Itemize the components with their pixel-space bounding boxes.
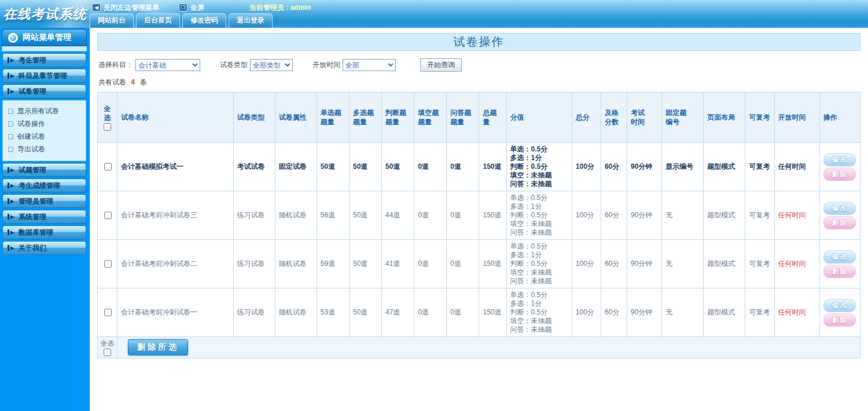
fullscreen-icon: ❐ xyxy=(179,3,187,12)
tab-change-password[interactable]: 修改密码 xyxy=(182,13,226,28)
score-values-cell: 单选：0.5分 多选：1分 判断：0.5分 填空：未抽题 问答：未抽题 xyxy=(506,288,572,337)
sidebar-item-subject-chapter-management[interactable]: ▶ 科目及章节管理 xyxy=(2,69,86,83)
tab-site-front[interactable]: 网站前台 xyxy=(90,13,134,28)
subject-filter-label: 选择科目： xyxy=(98,60,133,70)
header-paper-name: 试卷名称 xyxy=(117,92,233,143)
multi-count-cell: 50道 xyxy=(349,288,381,337)
retake-cell: 可复考 xyxy=(745,143,774,191)
delete-button[interactable]: 删除 xyxy=(823,313,856,327)
collapse-menu-button[interactable]: ◀ 关闭左边管理菜单 xyxy=(92,3,159,13)
exam-duration-cell: 90分钟 xyxy=(627,240,662,288)
paper-management-submenu: 显示所有试卷 试卷操作 创建试卷 导出试卷 xyxy=(2,100,86,161)
open-time-cell: 任何时间 xyxy=(774,143,819,191)
search-button[interactable]: 开始查询 xyxy=(420,58,462,72)
single-count-cell: 59道 xyxy=(317,240,349,288)
edit-button[interactable]: 修改 xyxy=(823,299,856,312)
operations-cell: 修改 删除 xyxy=(819,240,860,288)
sidebar-item-about-us[interactable]: ▶ 关于我们 xyxy=(2,241,86,255)
fullscreen-button[interactable]: ❐ 全屏 xyxy=(179,3,204,13)
total-count-cell: 150道 xyxy=(479,143,506,191)
paper-name-cell: 会计基础考前冲刺试卷二 xyxy=(117,240,233,288)
edit-button[interactable]: 修改 xyxy=(823,153,856,166)
pass-score-cell: 60分 xyxy=(601,240,627,288)
multi-count-cell: 50道 xyxy=(349,240,381,288)
sidebar-item-database-management[interactable]: ▶ 数据库管理 xyxy=(2,225,86,239)
blank-count-cell: 0道 xyxy=(414,191,447,240)
menu-label: 试题管理 xyxy=(19,165,46,175)
delete-button[interactable]: 删除 xyxy=(823,216,856,229)
retake-cell: 可复考 xyxy=(745,191,774,240)
judge-count-cell: 50道 xyxy=(382,143,414,191)
select-all-checkbox[interactable] xyxy=(104,123,111,131)
fixed-number-cell: 无 xyxy=(662,191,704,240)
delete-button[interactable]: 删除 xyxy=(823,168,856,181)
arrow-right-icon: ▶ xyxy=(8,73,14,79)
page-title: 试卷操作 xyxy=(97,33,860,51)
submenu-label: 创建试卷 xyxy=(17,132,45,142)
sidebar-item-show-all-papers[interactable]: 显示所有试卷 xyxy=(8,105,80,117)
sidebar-item-paper-operation[interactable]: 试卷操作 xyxy=(8,117,80,130)
row-select-cell xyxy=(98,288,117,337)
header-paper-type: 试卷类型 xyxy=(233,92,275,143)
score-values-cell: 单选：0.5分 多选：1分 判断：0.5分 填空：未抽题 问答：未抽题 xyxy=(506,143,572,191)
footer-select-all: 全选 xyxy=(98,337,117,358)
summary-suffix: 条 xyxy=(139,78,146,86)
row-checkbox[interactable] xyxy=(104,212,112,219)
sidebar-item-examinee-management[interactable]: ▶ 考生管理 xyxy=(2,53,86,67)
paper-name-cell: 会计基础模拟考试一 xyxy=(117,143,233,191)
footer-actions-cell: 删除所选 xyxy=(117,337,860,358)
paper-type-cell: 考试试卷 xyxy=(233,143,275,191)
open-time-select[interactable]: 全部 xyxy=(343,59,396,71)
total-score-cell: 100分 xyxy=(572,191,601,240)
open-time-cell: 任何时间 xyxy=(774,240,819,288)
sidebar-item-system-management[interactable]: ▶ 系统管理 xyxy=(2,210,86,224)
tab-admin-home[interactable]: 后台首页 xyxy=(136,13,180,28)
arrow-right-icon: ▶ xyxy=(8,183,14,188)
header-right: ◀ 关闭左边管理菜单 ❐ 全屏 当前管理员 : admin 网站前台 后台首页 … xyxy=(90,0,868,28)
row-checkbox[interactable] xyxy=(104,309,112,316)
edit-button[interactable]: 修改 xyxy=(823,202,856,215)
row-select-cell xyxy=(98,191,117,240)
delete-selected-button[interactable]: 删除所选 xyxy=(128,339,188,356)
paper-attr-cell: 随机试卷 xyxy=(275,191,317,240)
header-blank-count: 填空题 题量 xyxy=(414,92,447,143)
subject-select[interactable]: 会计基础 xyxy=(135,59,200,71)
submenu-label: 显示所有试卷 xyxy=(17,106,59,116)
app-logo: 在线考试系统 xyxy=(0,0,90,28)
row-checkbox[interactable] xyxy=(104,163,112,171)
header-score-values: 分值 xyxy=(506,92,572,143)
paper-attr-cell: 随机试卷 xyxy=(275,240,317,288)
sidebar-item-create-paper[interactable]: 创建试卷 xyxy=(8,130,80,143)
sidebar-item-admin-management[interactable]: ▶ 管理员管理 xyxy=(2,194,86,208)
sidebar-item-score-management[interactable]: ▶ 考生成绩管理 xyxy=(2,179,86,192)
square-icon xyxy=(8,134,13,139)
score-values-cell: 单选：0.5分 多选：1分 判断：0.5分 填空：未抽题 问答：未抽题 xyxy=(506,191,572,240)
table-row: 会计基础模拟考试一 考试试卷 固定试卷 50道 50道 50道 0道 0道 15… xyxy=(98,143,860,191)
table-row: 会计基础考前冲刺试卷二 练习试卷 随机试卷 59道 50道 41道 0道 0道 … xyxy=(98,240,860,288)
paper-name-cell: 会计基础考前冲刺试卷一 xyxy=(117,288,233,337)
header-page-layout: 页面布局 xyxy=(704,92,745,143)
score-values-cell: 单选：0.5分 多选：1分 判断：0.5分 填空：未抽题 问答：未抽题 xyxy=(506,240,572,288)
sidebar-item-question-management[interactable]: ▶ 试题管理 xyxy=(2,163,86,177)
tab-logout[interactable]: 退出登录 xyxy=(229,13,273,28)
footer-select-all-label: 全选 xyxy=(101,339,115,349)
select-all-label: 全选 xyxy=(101,104,113,123)
total-count-cell: 150道 xyxy=(479,191,506,240)
sidebar-item-paper-management[interactable]: ▶ 试卷管理 xyxy=(2,84,86,98)
qa-count-cell: 0道 xyxy=(447,240,479,288)
page-layout-cell: 题型模式 xyxy=(704,191,745,240)
edit-button[interactable]: 修改 xyxy=(823,250,856,264)
table-header: 全选 试卷名称 试卷类型 试卷属性 单选题 题量 多选题 题量 判断题 题量 填… xyxy=(98,92,860,143)
operations-cell: 修改 删除 xyxy=(819,191,860,240)
paper-type-select[interactable]: 全部类型 xyxy=(250,59,293,71)
header-qa-count: 问答题 题量 xyxy=(447,92,479,143)
sidebar-item-export-paper[interactable]: 导出试卷 xyxy=(8,143,80,155)
open-time-filter-label: 开放时间 xyxy=(312,60,340,70)
main-content: 试卷操作 选择科目： 会计基础 试卷类型 全部类型 开放时间 全部 开始查询 共… xyxy=(90,28,868,411)
fixed-number-cell: 显示编号 xyxy=(662,143,704,191)
arrow-right-icon: ▶ xyxy=(8,229,14,235)
arrow-right-icon: ▶ xyxy=(8,245,14,251)
row-checkbox[interactable] xyxy=(104,260,112,268)
delete-button[interactable]: 删除 xyxy=(823,265,856,278)
footer-select-all-checkbox[interactable] xyxy=(104,349,111,356)
